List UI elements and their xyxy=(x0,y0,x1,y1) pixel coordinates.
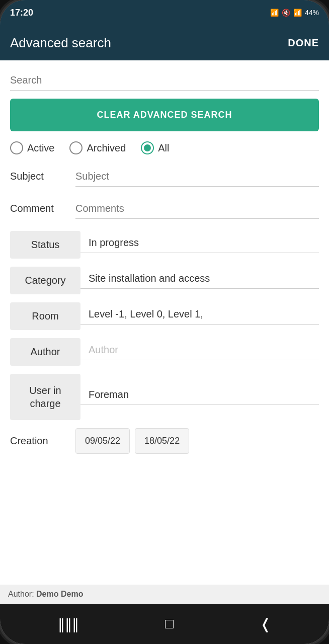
creation-date-from[interactable]: 09/05/22 xyxy=(75,428,130,454)
bluetooth-icon: 📶 xyxy=(270,9,279,17)
user-in-charge-value: Foreman xyxy=(80,389,319,405)
radio-label-archived: Archived xyxy=(87,142,126,154)
author-row: Author Author xyxy=(10,338,319,366)
category-button[interactable]: Category xyxy=(10,267,80,294)
app-title: Advanced search xyxy=(10,35,111,51)
status-button[interactable]: Status xyxy=(10,231,80,259)
comment-row: Comment xyxy=(10,199,319,223)
comment-input[interactable] xyxy=(75,199,319,219)
author-bar-prefix: Author: xyxy=(8,590,34,598)
back-icon[interactable]: ❬ xyxy=(260,616,271,632)
creation-label: Creation xyxy=(10,435,70,447)
room-button[interactable]: Room xyxy=(10,302,80,330)
main-content: CLEAR ADVANCED SEARCH Active Archived Al… xyxy=(0,60,329,644)
radio-group: Active Archived All xyxy=(10,141,319,154)
comment-input-area xyxy=(70,199,319,219)
search-container xyxy=(10,70,319,91)
subject-input-area xyxy=(70,167,319,187)
battery-label: 44% xyxy=(305,9,319,17)
app-header: Advanced search DONE xyxy=(0,25,329,60)
room-value: Level -1, Level 0, Level 1, xyxy=(80,308,319,325)
user-in-charge-button[interactable]: User in charge xyxy=(10,374,80,420)
radio-label-all: All xyxy=(158,142,169,154)
mute-icon: 🔇 xyxy=(282,9,290,17)
author-placeholder: Author xyxy=(80,344,319,360)
room-row: Room Level -1, Level 0, Level 1, xyxy=(10,302,319,330)
author-bar: Author: Demo Demo xyxy=(0,585,329,604)
category-value: Site installation and access xyxy=(80,273,319,289)
done-button[interactable]: DONE xyxy=(288,37,319,49)
search-input[interactable] xyxy=(10,70,319,91)
menu-icon[interactable]: ‖‖‖ xyxy=(58,616,79,632)
clear-advanced-search-button[interactable]: CLEAR ADVANCED SEARCH xyxy=(10,99,319,131)
radio-all[interactable]: All xyxy=(141,141,169,154)
status-icons: 📶 🔇 📶 44% xyxy=(270,9,319,17)
wifi-icon: 📶 xyxy=(293,9,302,17)
author-bar-name: Demo Demo xyxy=(36,590,83,598)
status-time: 17:20 xyxy=(10,8,33,18)
radio-archived[interactable]: Archived xyxy=(69,141,126,154)
user-in-charge-row: User in charge Foreman xyxy=(10,374,319,420)
subject-input[interactable] xyxy=(75,167,319,187)
subject-row: Subject xyxy=(10,167,319,191)
modal-panel: CLEAR ADVANCED SEARCH Active Archived Al… xyxy=(0,60,329,604)
author-button[interactable]: Author xyxy=(10,338,80,366)
radio-circle-active xyxy=(10,141,23,154)
status-value: In progress xyxy=(80,237,319,253)
creation-row: Creation 09/05/22 18/05/22 xyxy=(10,428,319,454)
radio-active[interactable]: Active xyxy=(10,141,54,154)
creation-date-to[interactable]: 18/05/22 xyxy=(135,428,189,454)
status-row: Status In progress xyxy=(10,231,319,259)
radio-circle-all xyxy=(141,141,154,154)
status-bar: 17:20 📶 🔇 📶 44% xyxy=(0,0,329,25)
subject-label: Subject xyxy=(10,167,70,182)
radio-circle-archived xyxy=(69,141,83,154)
category-row: Category Site installation and access xyxy=(10,267,319,294)
home-icon[interactable]: □ xyxy=(165,616,174,632)
bottom-nav: ‖‖‖ □ ❬ xyxy=(0,604,329,644)
radio-label-active: Active xyxy=(27,142,54,154)
comment-label: Comment xyxy=(10,199,70,214)
